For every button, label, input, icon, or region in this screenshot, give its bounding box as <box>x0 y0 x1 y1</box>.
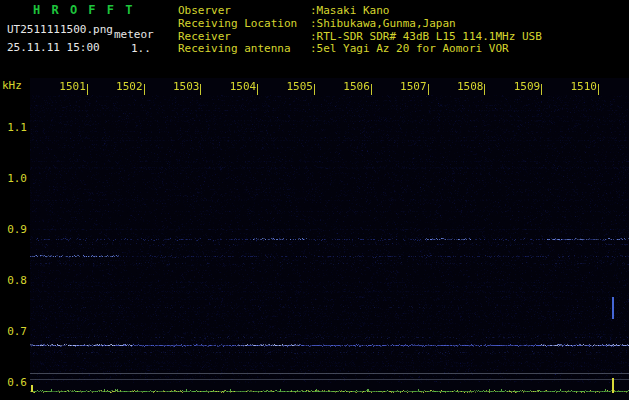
output-filename: UT2511111500.png <box>7 23 113 36</box>
spectrogram-canvas <box>30 78 629 400</box>
timestamp-label: 25.11.11 15:00 <box>7 41 100 54</box>
y-axis-tick-label: 1.0 <box>1 172 27 185</box>
x-axis-tick-label: 1510 <box>567 80 597 93</box>
x-axis-tick-label: 1509 <box>510 80 540 93</box>
y-axis-unit-label: kHz <box>2 79 22 92</box>
x-axis-tick-label: 1501 <box>56 80 86 93</box>
echo-counter: 1.. <box>131 42 151 55</box>
x-axis-tick-label: 1503 <box>169 80 199 93</box>
station-info-row: Receiving Location:Shibukawa,Gunma,Japan <box>178 17 456 30</box>
y-axis-tick-label: 0.6 <box>1 376 27 389</box>
y-axis-tick-label: 0.9 <box>1 223 27 236</box>
info-field-label: Receiving antenna <box>178 42 310 55</box>
hrofft-output: H R O F F T UT2511111500.png meteor 25.1… <box>0 0 629 400</box>
info-field-label: Observer <box>178 4 310 17</box>
y-axis-tick-label: 0.7 <box>1 325 27 338</box>
info-field-label: Receiving Location <box>178 17 310 30</box>
station-info-row: Receiving antenna:5el Yagi Az 20 for Aom… <box>178 42 509 55</box>
x-axis-tick-label: 1507 <box>397 80 427 93</box>
x-axis-tick-label: 1508 <box>453 80 483 93</box>
x-axis-tick-label: 1505 <box>283 80 313 93</box>
y-axis-tick-label: 1.1 <box>1 121 27 134</box>
x-axis-tick-label: 1502 <box>113 80 143 93</box>
info-field-value: :Shibukawa,Gunma,Japan <box>310 17 456 30</box>
info-field-value: :5el Yagi Az 20 for Aomori VOR <box>310 42 509 55</box>
x-axis-tick-label: 1506 <box>340 80 370 93</box>
station-info-row: Observer:Masaki Kano <box>178 4 389 17</box>
info-field-value: :Masaki Kano <box>310 4 389 17</box>
station-info-row: Receiver:RTL-SDR SDR# 43dB L15 114.1MHz … <box>178 30 542 43</box>
x-axis-tick-label: 1504 <box>226 80 256 93</box>
info-field-value: :RTL-SDR SDR# 43dB L15 114.1MHz USB <box>310 30 542 43</box>
y-axis-tick-label: 0.8 <box>1 274 27 287</box>
app-title: H R O F F T <box>33 4 134 17</box>
mode-label: meteor <box>114 28 154 41</box>
info-field-label: Receiver <box>178 30 310 43</box>
